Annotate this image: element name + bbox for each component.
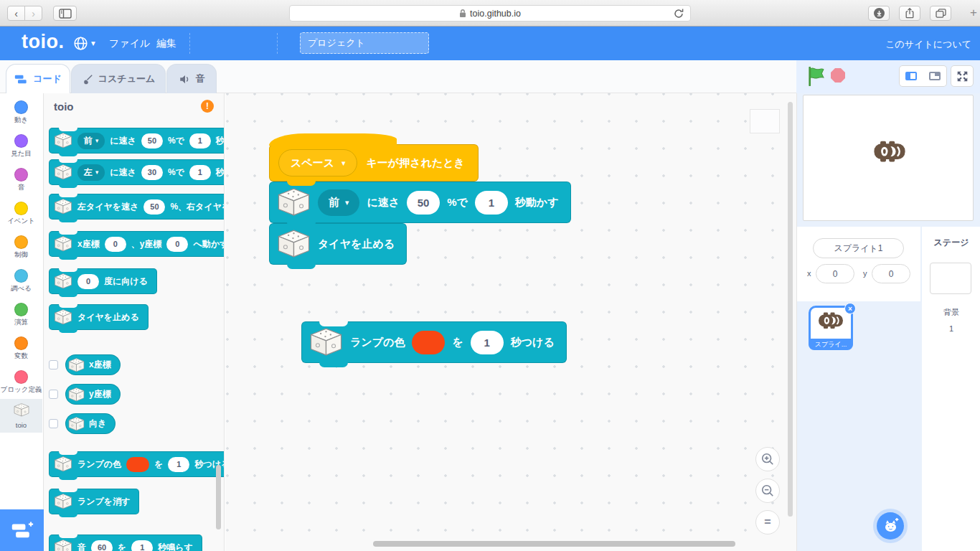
palette-row: ランプの色を1秒つける xyxy=(49,451,225,477)
toio-robot-sprite[interactable] xyxy=(873,141,906,162)
block-stack[interactable]: ランプの色を1秒つける xyxy=(301,321,567,363)
block-number-input[interactable]: 50 xyxy=(143,199,165,215)
script-stack: ランプの色を1秒つける xyxy=(301,321,567,363)
block-number-input[interactable]: 50 xyxy=(141,133,163,149)
language-selector[interactable]: ▾ xyxy=(73,36,95,51)
block-dropdown[interactable]: 前▾ xyxy=(318,189,359,216)
block-hat[interactable]: スペース▾キーが押されたとき xyxy=(269,144,479,182)
block-stack[interactable]: 左タイヤを速さ50%、右タイヤを速さ xyxy=(49,194,225,220)
block-reporter[interactable]: 向き xyxy=(65,413,116,434)
category-音[interactable]: 音 xyxy=(0,163,42,197)
sprite-name-input[interactable]: スプライト1 xyxy=(813,238,904,258)
category-label: toio xyxy=(16,421,27,429)
small-stage-layout-button[interactable] xyxy=(899,65,923,87)
block-checkbox[interactable] xyxy=(49,419,58,428)
new-tab-button[interactable]: + xyxy=(970,6,977,20)
green-flag-button[interactable] xyxy=(806,67,825,89)
category-ブロック定義[interactable]: ブロック定義 xyxy=(0,365,42,399)
block-dropdown[interactable]: 左▾ xyxy=(77,164,105,181)
backdrop-thumbnail[interactable] xyxy=(930,263,971,294)
block-stack[interactable]: 前▾に速さ50%で1秒動かす xyxy=(269,182,571,223)
block-number-input[interactable]: 1 xyxy=(189,165,211,180)
block-reporter[interactable]: x座標 xyxy=(65,354,121,375)
block-number-input[interactable]: 0 xyxy=(105,237,126,252)
block-checkbox[interactable] xyxy=(49,360,58,369)
sprite-x-input[interactable]: 0 xyxy=(816,264,854,283)
block-stack[interactable]: 前▾に速さ50%で1秒動かす xyxy=(49,128,225,154)
block-dropdown[interactable]: 前▾ xyxy=(77,133,105,149)
sidebar-toggle-button[interactable] xyxy=(53,6,77,21)
block-stack[interactable]: タイヤを止める xyxy=(269,223,407,265)
palette-scrollbar[interactable] xyxy=(216,465,221,529)
code-workspace[interactable]: スペース▾キーが押されたとき前▾に速さ50%で1秒動かすタイヤを止めるランプの色… xyxy=(225,93,796,551)
category-演算[interactable]: 演算 xyxy=(0,298,42,331)
block-number-input[interactable]: 50 xyxy=(407,191,440,215)
block-number-input[interactable]: 1 xyxy=(475,191,508,215)
about-site-link[interactable]: このサイトについて xyxy=(885,38,971,51)
share-button[interactable] xyxy=(899,6,920,21)
downloads-button[interactable] xyxy=(868,6,890,21)
block-stack[interactable]: 音60を1秒鳴らす xyxy=(49,534,202,551)
block-checkbox[interactable] xyxy=(49,390,58,399)
tab-overview-button[interactable] xyxy=(930,6,951,21)
vertical-scrollbar[interactable] xyxy=(788,102,793,517)
zoom-out-button[interactable] xyxy=(755,479,780,503)
toio-cube-icon xyxy=(68,387,85,402)
category-見た目[interactable]: 見た目 xyxy=(0,129,42,163)
tab-sounds[interactable]: 音 xyxy=(166,64,217,93)
block-number-input[interactable]: 1 xyxy=(168,457,189,472)
block-number-input[interactable]: 30 xyxy=(141,165,163,180)
zoom-in-button[interactable] xyxy=(755,447,780,471)
block-color-input[interactable] xyxy=(126,457,149,472)
code-icon xyxy=(14,73,29,85)
stage-selector-panel[interactable]: ステージ 背景 1 xyxy=(922,227,980,551)
block-text: に速さ xyxy=(110,166,136,179)
category-動き[interactable]: 動き xyxy=(0,95,42,129)
block-stack[interactable]: タイヤを止める xyxy=(49,304,149,330)
stop-button[interactable] xyxy=(831,68,845,83)
block-stack[interactable]: 0度に向ける xyxy=(49,268,157,294)
reload-button[interactable] xyxy=(673,8,684,22)
block-dropdown-label: 前 xyxy=(84,135,93,147)
zoom-reset-button[interactable]: = xyxy=(755,510,780,534)
address-bar[interactable]: toio.github.io xyxy=(289,5,691,22)
block-dropdown-label: 左 xyxy=(84,166,93,179)
toio-cube-icon xyxy=(54,273,72,289)
horizontal-scrollbar[interactable] xyxy=(373,541,735,547)
tab-costumes[interactable]: コスチューム xyxy=(71,64,166,93)
block-dropdown[interactable]: スペース▾ xyxy=(278,149,357,176)
fullscreen-button[interactable] xyxy=(951,65,974,87)
category-調べる[interactable]: 調べる xyxy=(0,264,42,298)
menu-edit[interactable]: 編集 xyxy=(156,37,176,50)
browser-forward-button[interactable]: › xyxy=(24,6,42,21)
block-number-input[interactable]: 1 xyxy=(131,540,153,551)
block-color-input[interactable] xyxy=(412,331,445,354)
add-sprite-button[interactable] xyxy=(877,512,904,540)
script-block-row: スペース▾キーが押されたとき xyxy=(269,144,571,182)
block-number-input[interactable]: 0 xyxy=(77,274,99,289)
tab-code[interactable]: コード xyxy=(6,64,70,93)
add-extension-button[interactable] xyxy=(0,509,44,551)
block-number-input[interactable]: 1 xyxy=(471,331,504,354)
block-number-input[interactable]: 1 xyxy=(189,133,211,149)
block-number-input[interactable]: 0 xyxy=(166,237,188,252)
block-text: 音 xyxy=(77,542,86,551)
tab-label: コスチューム xyxy=(98,72,156,85)
project-name-input[interactable]: プロジェクト xyxy=(300,32,429,54)
normal-stage-layout-button[interactable] xyxy=(923,65,947,87)
menu-file[interactable]: ファイル xyxy=(109,37,150,50)
category-制御[interactable]: 制御 xyxy=(0,230,42,264)
browser-back-button[interactable]: ‹ xyxy=(7,6,25,21)
block-stack[interactable]: x座標0、y座標0へ動かす xyxy=(49,231,225,257)
block-stack[interactable]: ランプを消す xyxy=(49,489,139,514)
sprite-thumbnail[interactable]: × スプライ... xyxy=(809,306,853,350)
delete-sprite-button[interactable]: × xyxy=(844,303,856,314)
sprite-y-input[interactable]: 0 xyxy=(872,264,910,283)
category-変数[interactable]: 変数 xyxy=(0,331,42,365)
block-number-input[interactable]: 60 xyxy=(91,540,113,551)
block-stack[interactable]: 左▾に速さ30%で1秒回す xyxy=(49,159,225,185)
category-toio[interactable]: toio xyxy=(0,399,42,433)
category-イベント[interactable]: イベント xyxy=(0,197,42,230)
block-reporter[interactable]: y座標 xyxy=(65,384,121,405)
block-stack[interactable]: ランプの色を1秒つける xyxy=(49,451,225,477)
